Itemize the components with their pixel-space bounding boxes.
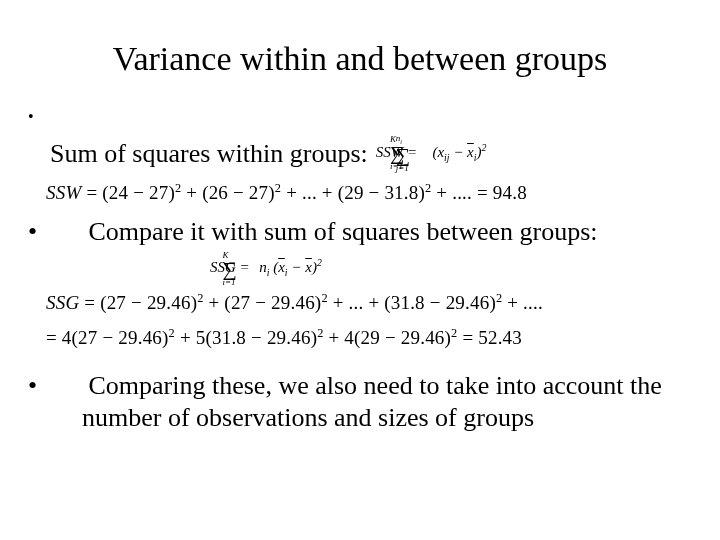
ssg-definition-formula: SSG = K ∑ i=1 ni (xi − x)2 xyxy=(242,251,322,287)
bullet-3-text: Comparing these, we also need to take in… xyxy=(82,371,662,433)
ssg-example-line1: SSG = (27 − 29.46)2 + (27 − 29.46)2 + ..… xyxy=(40,291,680,314)
ssg-example-line2: = 4(27 − 29.46)2 + 5(31.8 − 29.46)2 + 4(… xyxy=(40,326,680,349)
bullet-1-text: Sum of squares within groups: xyxy=(82,138,368,169)
bullet-list-3: Comparing these, we also need to take in… xyxy=(40,370,680,435)
bullet-2: Compare it with sum of squares between g… xyxy=(40,216,680,287)
ssw-definition-formula: SSW = K ∑ i=1 ni ∑ j=1 (xij − xi)2 xyxy=(408,134,487,173)
bullet-3: Comparing these, we also need to take in… xyxy=(40,370,680,435)
bullet-1: Sum of squares within groups: SSW = K ∑ … xyxy=(40,108,680,177)
bullet-list-2: Compare it with sum of squares between g… xyxy=(40,216,680,287)
bullet-list: Sum of squares within groups: SSW = K ∑ … xyxy=(40,108,680,177)
ssw-example-equation: SSW = (24 − 27)2 + (26 − 27)2 + ... + (2… xyxy=(40,181,680,204)
bullet-2-text: Compare it with sum of squares between g… xyxy=(89,217,598,246)
slide-container: Variance within and between groups Sum o… xyxy=(0,0,720,457)
slide-title: Variance within and between groups xyxy=(40,40,680,78)
